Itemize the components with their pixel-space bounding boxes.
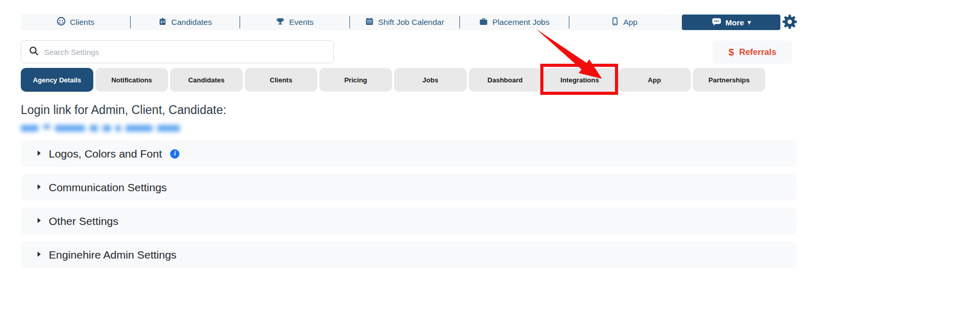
more-button[interactable]: More ▾ (682, 15, 780, 30)
settings-page: Clients Candidates (0, 0, 980, 327)
referrals-button[interactable]: $ Referrals (712, 40, 792, 64)
section-label: Enginehire Admin Settings (49, 249, 176, 261)
redacted-blob (90, 125, 98, 132)
section-label: Logos, Colors and Font (49, 148, 162, 160)
tab-candidates[interactable]: Candidates (170, 68, 243, 92)
trophy-icon (276, 17, 285, 28)
nav-item-app[interactable]: App (569, 15, 679, 30)
collapsed-triangle-icon (37, 217, 41, 226)
dollar-icon: $ (729, 47, 734, 58)
search-icon (29, 46, 39, 58)
nav-item-label: Candidates (171, 18, 212, 27)
top-navigation: Clients Candidates (21, 15, 780, 30)
redacted-blob (116, 125, 121, 132)
nav-item-label: Shift Job Calendar (378, 18, 444, 27)
search-settings-box (21, 40, 334, 63)
info-icon[interactable]: i (170, 149, 179, 159)
tab-pricing[interactable]: Pricing (319, 68, 392, 92)
chat-icon (711, 17, 722, 29)
nav-item-label: Placement Jobs (492, 18, 549, 27)
redacted-blob (55, 125, 85, 132)
redacted-blob (43, 124, 50, 129)
nav-item-label: Events (289, 18, 313, 27)
search-settings-input[interactable] (44, 48, 326, 56)
nav-item-placement-jobs[interactable]: Placement Jobs (460, 15, 569, 30)
tab-clients[interactable]: Clients (245, 68, 317, 92)
tab-agency-details[interactable]: Agency Details (21, 68, 93, 92)
section-communication-settings[interactable]: Communication Settings (21, 174, 796, 201)
tab-dashboard[interactable]: Dashboard (469, 68, 541, 92)
section-enginehire-admin-settings[interactable]: Enginehire Admin Settings (21, 241, 796, 268)
nav-item-candidates[interactable]: Candidates (131, 15, 240, 30)
referrals-button-label: Referrals (739, 47, 777, 57)
phone-icon (611, 17, 619, 27)
clients-icon (57, 17, 66, 28)
nav-item-label: Clients (70, 18, 94, 27)
briefcase-icon (479, 17, 488, 28)
nav-item-clients[interactable]: Clients (21, 15, 130, 30)
calendar-icon (365, 17, 374, 28)
nav-item-events[interactable]: Events (240, 15, 349, 30)
nav-item-label: App (623, 18, 638, 27)
tab-integrations[interactable]: Integrations (543, 68, 616, 92)
tab-partnerships[interactable]: Partnerships (693, 68, 765, 92)
redacted-blob (157, 125, 180, 132)
tab-app[interactable]: App (618, 68, 691, 92)
login-link-heading: Login link for Admin, Client, Candidate: (21, 103, 226, 117)
settings-tab-bar: Agency Details Notifications Candidates … (21, 68, 765, 92)
section-logos-colors-font[interactable]: Logos, Colors and Font i (21, 140, 796, 167)
section-other-settings[interactable]: Other Settings (21, 208, 796, 234)
collapsed-triangle-icon (37, 250, 41, 260)
tab-jobs[interactable]: Jobs (394, 68, 467, 92)
redacted-blob (125, 125, 152, 132)
chevron-down-icon: ▾ (748, 19, 751, 25)
collapsed-triangle-icon (37, 183, 41, 192)
nav-item-shift-job-calendar[interactable]: Shift Job Calendar (350, 15, 459, 30)
tab-notifications[interactable]: Notifications (95, 68, 168, 92)
more-button-label: More (725, 18, 744, 27)
collapsed-triangle-icon (37, 149, 41, 159)
redacted-blob (103, 125, 111, 132)
redacted-login-link[interactable] (21, 123, 180, 133)
section-label: Communication Settings (49, 181, 167, 194)
redacted-blob (21, 125, 38, 132)
settings-sections: Logos, Colors and Font i Communication S… (21, 140, 796, 275)
settings-gear-icon[interactable] (782, 14, 797, 30)
section-label: Other Settings (49, 215, 118, 228)
badge-icon (158, 17, 167, 28)
